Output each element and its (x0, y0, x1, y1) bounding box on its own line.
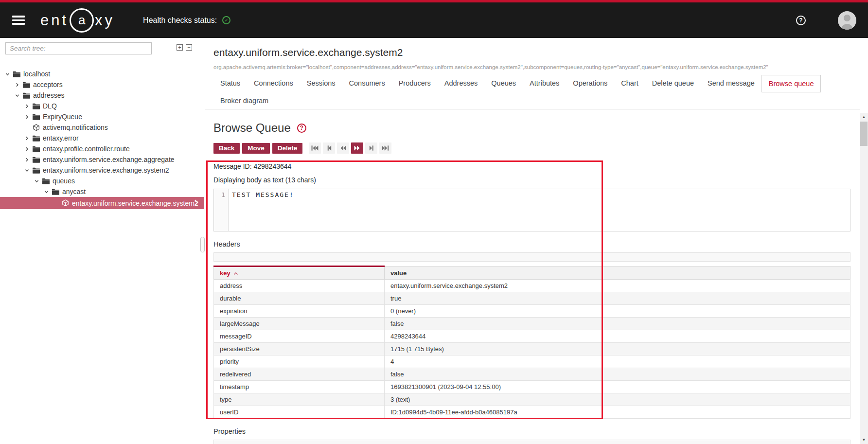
health-checks-status: Health checks status: (143, 16, 230, 25)
chevron-down-icon[interactable] (5, 72, 13, 76)
folder-icon (42, 178, 50, 184)
tree-item-acceptors[interactable]: acceptors (0, 79, 204, 90)
tab-browse-queue[interactable]: Browse queue (762, 75, 821, 92)
tab-consumers[interactable]: Consumers (342, 75, 392, 92)
cube-icon (33, 124, 40, 131)
chevron-right-icon[interactable] (25, 104, 33, 108)
tree-item-addresses[interactable]: addresses (0, 90, 204, 101)
tab-producers[interactable]: Producers (392, 75, 438, 92)
header-key-cell: messageID (214, 330, 385, 343)
tab-broker-diagram[interactable]: Broker diagram (213, 92, 275, 109)
tree-item-entaxy-uniform-service-exchange-system2[interactable]: entaxy.uniform.service.exchange.system2 (0, 197, 204, 209)
header-value-cell: 4 (385, 355, 850, 368)
header-key-cell: address (214, 280, 385, 292)
chevron-right-icon[interactable] (25, 158, 33, 162)
header-value-cell: false (385, 368, 850, 381)
tree-item-label: entaxy.error (43, 134, 79, 142)
tab-delete-queue[interactable]: Delete queue (645, 75, 701, 92)
expand-all-icon[interactable]: + (177, 44, 183, 51)
scroll-up-arrow-icon[interactable]: ▲ (860, 113, 868, 121)
tab-status[interactable]: Status (213, 75, 247, 92)
fast-forward-page-button[interactable] (351, 142, 363, 154)
tree-item-label: queues (53, 177, 75, 185)
tree-item-entaxy-uniform-service-exchange-system2[interactable]: entaxy.uniform.service.exchange.system2 (0, 165, 204, 176)
tab-queues[interactable]: Queues (484, 75, 523, 92)
top-header-bar: ent a xy Health checks status: (0, 0, 868, 38)
tree-item-localhost[interactable]: localhost (0, 69, 204, 79)
entaxy-logo[interactable]: ent a xy (40, 8, 115, 33)
main-scrollbar[interactable]: ▲ ▼ (860, 113, 868, 444)
tree-item-queues[interactable]: queues (0, 176, 204, 186)
first-page-button[interactable] (309, 142, 321, 154)
headers-column-value[interactable]: value (385, 266, 850, 280)
headers-table-body: addressentaxy.uniform.service.exchange.s… (214, 280, 850, 419)
tab-sessions[interactable]: Sessions (300, 75, 342, 92)
header-key-cell: timestamp (214, 381, 385, 393)
browse-queue-help-icon[interactable] (297, 124, 306, 133)
tab-chart[interactable]: Chart (614, 75, 645, 92)
tree-item-label: entaxy.uniform.service.exchange.system2 (43, 166, 169, 174)
chevron-down-icon[interactable] (35, 179, 42, 183)
logo-text-left: ent (40, 13, 69, 28)
tab-addresses[interactable]: Addresses (438, 75, 485, 92)
header-value-cell: true (385, 292, 850, 305)
main-content: entaxy.uniform.service.exchange.system2 … (205, 38, 868, 444)
headers-column-key[interactable]: key (214, 266, 385, 280)
tree-search-row: + − (0, 38, 204, 54)
header-row-type: type3 (text) (214, 393, 850, 406)
chevron-right-icon[interactable] (25, 115, 33, 119)
header-row-address: addressentaxy.uniform.service.exchange.s… (214, 280, 850, 292)
sidebar-resize-handle[interactable] (200, 237, 205, 252)
chevron-down-icon[interactable] (25, 168, 33, 173)
tree-item-dlq[interactable]: DLQ (0, 101, 204, 111)
header-row-messageid: messageID4298243644 (214, 330, 850, 343)
tab-attributes[interactable]: Attributes (523, 75, 566, 92)
header-value-cell: 3 (text) (385, 393, 850, 406)
next-page-button[interactable] (365, 142, 377, 154)
tab-send-message[interactable]: Send message (701, 75, 762, 92)
tab-connections[interactable]: Connections (247, 75, 300, 92)
chevron-right-icon[interactable] (15, 83, 23, 87)
collapse-all-icon[interactable]: − (186, 44, 192, 51)
folder-icon (33, 157, 40, 163)
back-button[interactable]: Back (213, 143, 240, 154)
last-page-button[interactable] (379, 142, 391, 154)
tree-item-activemq-notifications[interactable]: activemq.notifications (0, 122, 204, 133)
tree-item-label: DLQ (43, 102, 57, 110)
scroll-down-arrow-icon[interactable]: ▼ (860, 436, 868, 444)
chevron-right-icon[interactable] (25, 147, 33, 151)
health-ok-icon[interactable] (222, 16, 230, 24)
search-tree-input[interactable] (5, 42, 152, 54)
tree-item-entaxy-profile-controller-route[interactable]: entaxy.profile.controller.route (0, 143, 204, 154)
tab-operations[interactable]: Operations (566, 75, 614, 92)
user-avatar[interactable] (838, 11, 856, 30)
sort-asc-icon (233, 269, 238, 277)
chevron-right-icon[interactable] (194, 199, 199, 208)
tree-item-entaxy-error[interactable]: entaxy.error (0, 133, 204, 143)
chevron-down-icon[interactable] (15, 93, 23, 98)
message-body-editor[interactable]: 1 TEST MESSAGE! (213, 189, 850, 231)
browse-toolbar: BackMoveDelete (213, 142, 868, 154)
scrollbar-thumb[interactable] (860, 122, 868, 146)
folder-icon (33, 103, 40, 109)
menu-icon[interactable] (12, 14, 25, 27)
folder-icon (33, 167, 40, 174)
header-key-cell: durable (214, 292, 385, 305)
folder-icon (23, 82, 30, 88)
header-row-durable: durabletrue (214, 292, 850, 305)
chevron-down-icon[interactable] (44, 190, 52, 194)
delete-button[interactable]: Delete (272, 143, 303, 154)
header-row-redelivered: redeliveredfalse (214, 368, 850, 381)
tree-item-entaxy-uniform-service-exchange-aggregate[interactable]: entaxy.uniform.service.exchange.aggregat… (0, 154, 204, 165)
tree-item-anycast[interactable]: anycast (0, 186, 204, 197)
header-key-cell: type (214, 393, 385, 406)
page-title: entaxy.uniform.service.exchange.system2 (213, 47, 868, 58)
editor-content[interactable]: TEST MESSAGE! (229, 189, 850, 231)
tree-item-expiryqueue[interactable]: ExpiryQueue (0, 111, 204, 122)
help-icon[interactable] (796, 16, 806, 25)
move-button[interactable]: Move (242, 143, 270, 154)
rewind-page-button[interactable] (337, 142, 349, 154)
chevron-right-icon[interactable] (25, 136, 33, 141)
headers-section-label: Headers (213, 240, 868, 248)
previous-page-button[interactable] (323, 142, 335, 154)
